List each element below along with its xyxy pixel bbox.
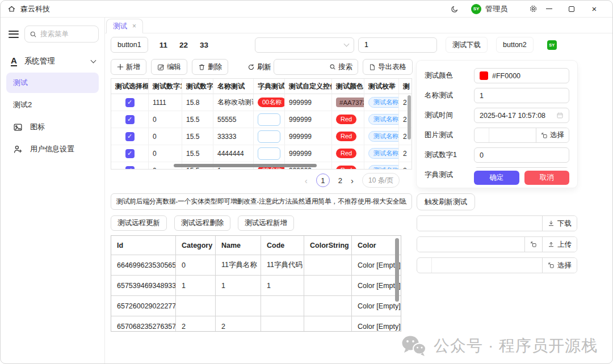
image-path-input[interactable] bbox=[489, 128, 536, 142]
search-icon bbox=[30, 31, 37, 38]
table-cell: 15.8 bbox=[182, 94, 213, 111]
sidebar-search-input[interactable] bbox=[40, 30, 81, 38]
row-checkbox-checked[interactable]: ✓ bbox=[125, 149, 135, 158]
enum-tag: 测试名称A bbox=[368, 97, 399, 108]
row-checkbox-checked[interactable]: ✓ bbox=[125, 115, 135, 124]
sidebar-item-test[interactable]: 测试 bbox=[6, 73, 99, 93]
table-row[interactable]: 65706823527635722Color [Empty] bbox=[111, 316, 401, 332]
color-input[interactable]: #FF0000 bbox=[474, 68, 569, 83]
tab-close-icon[interactable]: × bbox=[132, 22, 136, 30]
page-size-select[interactable]: 10 条/页 bbox=[362, 173, 400, 188]
color-swatch[interactable] bbox=[480, 71, 488, 80]
maximize-button[interactable] bbox=[560, 1, 583, 18]
number-11: 11 bbox=[159, 41, 167, 49]
sidebar-item-user-settings[interactable]: 用户信息设置 bbox=[6, 139, 99, 159]
hamburger-menu-icon[interactable] bbox=[9, 28, 19, 40]
sidebar-item-test2[interactable]: 测试2 bbox=[6, 95, 99, 115]
test-download-button[interactable]: 测试下载 bbox=[446, 37, 488, 53]
prev-page-icon[interactable]: ‹ bbox=[305, 176, 308, 185]
vertical-scrollbar[interactable] bbox=[408, 95, 411, 139]
sidebar-search[interactable] bbox=[24, 26, 99, 43]
number-22: 22 bbox=[179, 41, 188, 49]
table-cell: 0 bbox=[176, 255, 216, 276]
minimize-button[interactable] bbox=[538, 1, 560, 18]
sidebar-group-system[interactable]: A 系统管理 bbox=[1, 46, 104, 71]
table-cell: 测试名称A bbox=[364, 128, 399, 145]
notice-input[interactable] bbox=[111, 193, 412, 210]
sidebar-item-icons[interactable]: 图标 bbox=[6, 117, 99, 137]
name-input[interactable]: 1 bbox=[474, 88, 569, 103]
table-row[interactable]: ✓015.555555999999Red测试名称B2 bbox=[111, 111, 412, 128]
table-cell: 15.5 bbox=[182, 111, 213, 128]
dict-cell-input[interactable] bbox=[258, 147, 280, 160]
top-select[interactable] bbox=[255, 37, 354, 53]
page-2[interactable]: 2 bbox=[338, 176, 342, 185]
upload-input[interactable] bbox=[417, 237, 524, 252]
page-1[interactable]: 1 bbox=[316, 173, 330, 187]
tab-test[interactable]: 测试 × bbox=[106, 19, 143, 33]
row-checkbox-checked[interactable]: ✓ bbox=[125, 166, 135, 170]
table-search-input[interactable] bbox=[274, 63, 324, 71]
home-icon[interactable] bbox=[7, 5, 16, 13]
trigger-refresh-button[interactable]: 触发刷新测试 bbox=[417, 193, 475, 210]
horizontal-scrollbar[interactable] bbox=[174, 164, 317, 167]
button2[interactable]: button2 bbox=[496, 37, 534, 53]
delete-button[interactable]: 删除 bbox=[192, 59, 228, 75]
table-search: 搜索 bbox=[274, 59, 358, 75]
row-checkbox-checked[interactable]: ✓ bbox=[125, 98, 135, 107]
next-page-icon[interactable]: › bbox=[351, 176, 354, 185]
sidebar-item-label: 测试2 bbox=[13, 100, 32, 110]
download-input[interactable] bbox=[417, 216, 542, 231]
column-header: 测试颜色 bbox=[332, 79, 364, 94]
image-preview-box[interactable] bbox=[475, 128, 489, 142]
table-row[interactable]: ✓111115.8名称改动测试00名称999999#AA7373测试名称A2 bbox=[111, 94, 412, 111]
button1[interactable]: button1 bbox=[111, 37, 148, 53]
upload-pick-button[interactable] bbox=[524, 237, 542, 252]
table-cell: 999999 bbox=[285, 94, 332, 111]
top-input[interactable] bbox=[358, 37, 437, 53]
table-row[interactable]: 657260029022277Color [Empty] bbox=[111, 296, 401, 316]
download-button[interactable]: 下载 bbox=[542, 216, 577, 231]
column-header: 测试选择框 bbox=[111, 79, 149, 94]
export-table-button[interactable]: 导出表格 bbox=[363, 59, 413, 75]
preview-box[interactable] bbox=[417, 258, 432, 273]
table-cell: #AA7373 bbox=[332, 94, 364, 111]
choose-button[interactable]: 选择 bbox=[542, 258, 577, 273]
upload-button[interactable]: 上传 bbox=[542, 237, 577, 252]
dict-cell-input[interactable] bbox=[258, 130, 280, 143]
confirm-button[interactable]: 确定 bbox=[474, 171, 519, 185]
table-cell: Red bbox=[332, 145, 364, 162]
form-actions: 确定 取消 bbox=[474, 168, 569, 188]
table-cell: 1111 bbox=[149, 94, 182, 111]
image-choose-button[interactable]: 选择 bbox=[536, 128, 569, 142]
table-row[interactable]: ✓015.533333999999Red测试名称A2 bbox=[111, 128, 412, 145]
enum-tag: 测试名称B bbox=[368, 114, 399, 125]
remote-delete-button[interactable]: 测试远程删除 bbox=[174, 215, 230, 231]
remote-update-button[interactable]: 测试远程更新 bbox=[111, 215, 167, 231]
table-row[interactable]: ✓015.54444444999999Red测试名称A2 bbox=[111, 145, 412, 162]
row-checkbox-checked[interactable]: ✓ bbox=[125, 132, 135, 141]
table-row[interactable]: 664699623530565011字典名称11字典代码Color [Empty… bbox=[111, 255, 401, 276]
table-cell: 测试名称A bbox=[364, 145, 399, 162]
refresh-button[interactable]: 刷新 bbox=[247, 62, 271, 72]
search-button[interactable]: 搜索 bbox=[324, 60, 358, 74]
table-row[interactable]: 657539469348933111Color [Empty] bbox=[111, 276, 401, 296]
edit-button[interactable]: 编辑 bbox=[151, 59, 187, 75]
number-input[interactable]: 0 bbox=[474, 147, 569, 163]
column-header: 字典测试 bbox=[254, 79, 285, 94]
vertical-scrollbar[interactable] bbox=[395, 238, 399, 302]
datetime-input[interactable]: 2025-04-17 10:57:08 bbox=[474, 108, 569, 123]
dark-mode-moon-icon[interactable] bbox=[451, 5, 459, 13]
color-value: #FF0000 bbox=[492, 72, 520, 80]
dict-cell-input[interactable] bbox=[258, 113, 280, 126]
sy-badge: SY bbox=[547, 40, 557, 50]
settings-gear-icon[interactable] bbox=[529, 5, 538, 13]
table-cell bbox=[254, 111, 285, 128]
close-button[interactable]: × bbox=[583, 1, 606, 18]
user-avatar[interactable]: SY bbox=[471, 4, 481, 14]
add-button[interactable]: 新增 bbox=[111, 59, 146, 75]
remote-add-button[interactable]: 测试远程新增 bbox=[238, 215, 294, 231]
table-cell: 657260029022277 bbox=[111, 296, 176, 316]
cancel-button[interactable]: 取消 bbox=[524, 171, 570, 185]
choose-input[interactable] bbox=[432, 258, 542, 273]
